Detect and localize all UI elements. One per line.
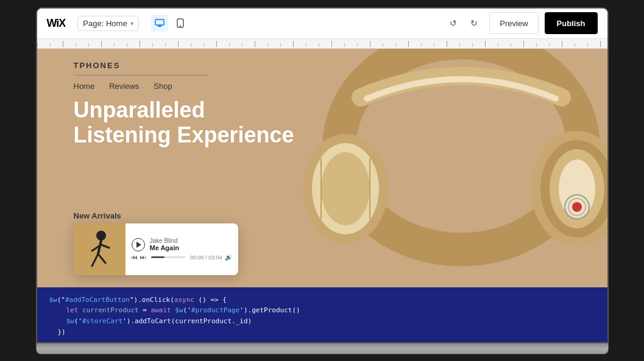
ruler-tick <box>511 43 511 47</box>
hero-text: Unparalleled Listening Experience <box>74 97 294 148</box>
code-line-1: $w("#addToCartButton").onClick(async () … <box>49 295 595 306</box>
ruler-tick <box>50 43 51 47</box>
view-icons <box>151 15 189 32</box>
player-controls: ⏮ ⏭ 00:00 / 03:04 🔊 <box>132 254 232 261</box>
player-thumbnail <box>74 223 126 275</box>
ruler-tick <box>255 41 255 47</box>
skip-back-icon[interactable]: ⏮ <box>132 254 138 261</box>
ruler-tick <box>152 43 153 47</box>
page-selector[interactable]: Page: Home ▾ <box>77 16 138 31</box>
nav-link-shop[interactable]: Shop <box>154 82 172 91</box>
track-info: Jake Blind Me Again <box>150 237 180 251</box>
ruler-tick <box>267 43 268 47</box>
time-display: 00:00 / 03:04 <box>190 254 222 261</box>
player-content: Jake Blind Me Again ⏮ ⏭ 00:00 / 03:04 <box>126 233 238 265</box>
ruler-tick <box>76 43 76 47</box>
ruler-tick <box>357 43 358 47</box>
ruler-tick <box>63 41 63 47</box>
new-arrivals-label: New Arrivals <box>74 211 121 220</box>
mobile-view-icon[interactable] <box>172 15 189 32</box>
code-selector: $w <box>49 296 57 304</box>
redo-button[interactable]: ↻ <box>465 14 483 32</box>
ruler-tick <box>459 43 460 47</box>
track-title: Me Again <box>150 244 180 251</box>
ruler-tick <box>165 43 166 47</box>
ruler-tick <box>408 41 409 47</box>
svg-rect-1 <box>158 26 161 27</box>
wix-logo: WiX <box>47 17 66 30</box>
volume-icon[interactable]: 🔊 <box>225 254 232 261</box>
ruler-tick <box>280 43 281 47</box>
ruler-tick <box>229 43 230 47</box>
ruler-tick <box>191 43 191 47</box>
hero-title: Unparalleled Listening Experience <box>74 97 294 148</box>
hero-title-line2: Listening Experience <box>74 122 294 147</box>
desktop-view-icon[interactable] <box>151 15 168 32</box>
code-method: ("#addToCartButton").onClick( <box>57 296 174 304</box>
track-artist: Jake Blind <box>150 237 180 244</box>
svg-point-18 <box>96 231 106 240</box>
code-panel: $w("#addToCartButton").onClick(async () … <box>37 287 607 342</box>
player-top: Jake Blind Me Again <box>132 237 232 251</box>
ruler-tick <box>331 41 332 47</box>
ruler-tick <box>395 43 396 47</box>
nav-link-home[interactable]: Home <box>74 82 95 91</box>
publish-button[interactable]: Publish <box>545 12 598 34</box>
nav-links: Home Reviews Shop <box>74 82 571 91</box>
site-content: TPHONES Home Reviews Shop Unparalleled L… <box>37 49 607 287</box>
ruler-tick <box>383 43 383 47</box>
page-selector-label: Page: Home <box>83 19 127 28</box>
ruler-tick <box>549 43 550 47</box>
preview-button[interactable]: Preview <box>489 12 538 34</box>
ruler-tick <box>523 41 524 47</box>
nav-link-reviews[interactable]: Reviews <box>109 82 139 91</box>
svg-point-3 <box>180 26 180 27</box>
ruler-tick <box>575 43 575 47</box>
ruler-tick <box>216 41 217 47</box>
progress-fill <box>151 256 165 258</box>
ruler-tick <box>101 41 102 47</box>
ruler-tick <box>127 43 127 47</box>
progress-bar[interactable] <box>151 256 185 258</box>
ruler-tick <box>293 41 294 47</box>
ruler-tick <box>447 41 447 47</box>
svg-rect-0 <box>155 19 164 25</box>
ruler-tick <box>306 43 306 47</box>
ruler-tick <box>498 43 498 47</box>
svg-point-7 <box>321 152 370 225</box>
undo-button[interactable]: ↺ <box>444 14 462 32</box>
code-line-4: }) <box>49 327 595 338</box>
ruler-tick <box>472 43 473 47</box>
ruler-tick <box>536 43 537 47</box>
laptop-base <box>36 343 609 354</box>
editor-header: WiX Page: Home ▾ <box>37 9 607 39</box>
ruler-tick <box>485 41 486 47</box>
current-time: 00:00 <box>190 254 204 261</box>
site-brand: TPHONES <box>74 61 571 70</box>
nav-divider <box>74 75 208 75</box>
ruler-tick <box>421 43 422 47</box>
play-icon <box>136 242 141 248</box>
ruler-tick <box>37 43 38 47</box>
chevron-down-icon: ▾ <box>130 20 133 27</box>
ruler-tick <box>562 41 562 47</box>
play-button[interactable] <box>132 238 145 251</box>
ruler-tick <box>600 41 601 47</box>
code-line-2: let currentProduct = await $w('#productP… <box>49 305 595 316</box>
ruler-tick <box>370 41 370 47</box>
ruler-tick <box>344 43 345 47</box>
laptop-screen: WiX Page: Home ▾ <box>36 7 609 343</box>
fast-forward-icon[interactable]: ⏭ <box>140 254 146 261</box>
ruler <box>37 39 607 49</box>
ruler-tick <box>242 43 242 47</box>
ruler-tick <box>434 43 434 47</box>
ruler-tick <box>140 41 140 47</box>
svg-point-14 <box>572 202 582 212</box>
canvas-area: TPHONES Home Reviews Shop Unparalleled L… <box>37 49 607 342</box>
ruler-tick <box>178 41 179 47</box>
undo-redo-group: ↺ ↻ <box>444 14 483 32</box>
ruler-tick <box>203 43 204 47</box>
ruler-tick <box>114 43 115 47</box>
code-line-3: $w('#storeCart').addToCart(currentProduc… <box>49 316 595 327</box>
laptop-wrapper: WiX Page: Home ▾ <box>36 7 609 354</box>
